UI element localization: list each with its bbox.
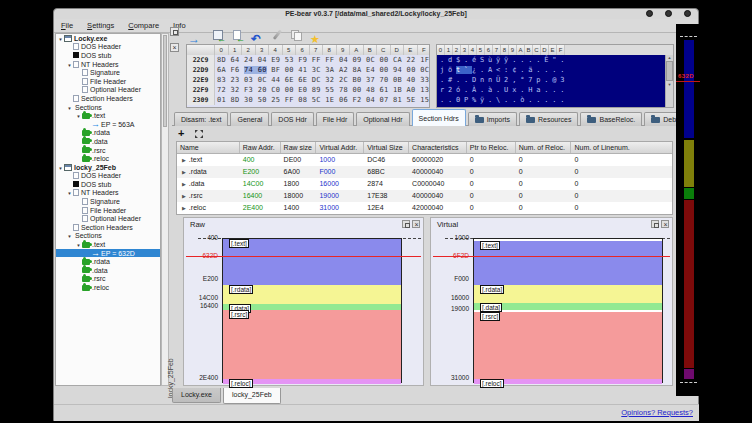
section-block[interactable]: [.text] [474, 241, 662, 285]
panel-close-button[interactable] [661, 220, 669, 228]
panel-close-button[interactable] [412, 220, 420, 228]
table-row[interactable]: ▶.rsrc 16400 18000 19000 17E38 40000040 … [177, 190, 672, 202]
num-of-linenum-cell[interactable]: 0 [571, 166, 672, 178]
scrollbar-thumb[interactable] [163, 35, 167, 127]
raw-map-plot[interactable]: [.text] [.rdata] [.data] [.rsrc] [.reloc… [222, 238, 402, 383]
num-of-reloc-cell[interactable]: 0 [516, 154, 572, 166]
tab[interactable]: Optional Hdr [356, 112, 409, 126]
hex-bytes[interactable]: 01 8D 30 50 25 FF 08 5C 1E 06 F2 04 07 8… [215, 95, 429, 105]
column-header[interactable]: Ptr to Reloc. [467, 142, 516, 153]
tree-item[interactable]: Locky.exe [56, 34, 160, 43]
ptr-to-reloc-cell[interactable]: 0 [467, 178, 516, 190]
tree-item[interactable]: Section Headers [56, 94, 160, 103]
section-block[interactable]: [.reloc] [474, 379, 662, 384]
add-file-icon[interactable] [212, 29, 224, 41]
tree-item[interactable]: NT Headers [56, 189, 160, 198]
tree-item[interactable]: DOS Header [56, 172, 160, 181]
num-of-linenum-cell[interactable]: 0 [571, 154, 672, 166]
section-block[interactable]: [.rdata] [474, 285, 662, 303]
raw-addr-cell[interactable]: 2E400 [240, 202, 281, 214]
tree-item[interactable]: .rdata [56, 257, 160, 266]
num-of-reloc-cell[interactable]: 0 [516, 202, 572, 214]
ascii-row[interactable]: .#..DnnÜ2,°7p.@3 [440, 75, 665, 85]
window-maximize-button[interactable] [665, 10, 672, 17]
row-expander-icon[interactable]: ▶ [182, 205, 186, 211]
tree-item[interactable]: DOS Header [56, 43, 160, 52]
tree-item[interactable]: DOS stub [56, 180, 160, 189]
hex-row[interactable]: 22F9 72 32 F3 20 C0 00 E0 89 55 78 00 48… [187, 85, 429, 95]
raw-size-cell[interactable]: 1400 [281, 202, 317, 214]
tab[interactable]: File Hdr [316, 112, 355, 126]
tree-item[interactable]: .rsrc [56, 275, 160, 284]
section-block[interactable]: [.rdata] [223, 285, 401, 304]
hex-view[interactable]: 0123456789ABCDEF 22C9 8D 64 24 04 E9 53 … [186, 44, 430, 108]
column-header[interactable]: Num. of Linenum. [571, 142, 672, 153]
section-block[interactable]: [.text] [223, 239, 401, 285]
hex-row[interactable]: 2309 01 8D 30 50 25 FF 08 5C 1E 06 F2 04… [187, 95, 429, 105]
ptr-to-reloc-cell[interactable]: 0 [467, 166, 516, 178]
raw-addr-cell[interactable]: 16400 [240, 190, 281, 202]
raw-addr-cell[interactable]: E200 [240, 166, 281, 178]
raw-size-cell[interactable]: 1800 [281, 178, 317, 190]
tab[interactable]: Resources [519, 112, 578, 126]
hex-bytes[interactable]: 8D 64 24 04 E9 53 F9 FF FF 04 09 0C 00 C… [215, 55, 429, 65]
tree-item[interactable]: EP = 563A [56, 120, 160, 129]
section-name-cell[interactable]: ▶.text [177, 154, 240, 166]
section-name-cell[interactable]: ▶.data [177, 178, 240, 190]
tree-item[interactable]: Sections [56, 232, 160, 241]
feedback-link[interactable]: Opinions? Requests? [621, 408, 693, 417]
characteristics-cell[interactable]: 40000040 [409, 190, 467, 202]
expander-icon[interactable] [66, 104, 73, 111]
favorites-icon[interactable] [310, 29, 322, 41]
expander-icon[interactable] [75, 112, 82, 119]
expander-icon[interactable] [57, 164, 64, 171]
menu-item[interactable]: Settings [80, 19, 121, 32]
characteristics-cell[interactable]: 42000040 [409, 202, 467, 214]
panel-float-button[interactable] [402, 220, 410, 228]
tree-item[interactable]: DOS stub [56, 51, 160, 60]
edit-icon[interactable] [271, 29, 283, 41]
raw-addr-cell[interactable]: 14C00 [240, 178, 281, 190]
tree-item[interactable]: .text [56, 111, 160, 120]
scroll-down-icon[interactable]: ▼ [666, 82, 673, 87]
section-name-cell[interactable]: ▶.rsrc [177, 190, 240, 202]
tab[interactable]: General [230, 112, 269, 126]
panel-float-button[interactable] [651, 220, 659, 228]
tree-item[interactable]: File Header [56, 77, 160, 86]
undo-icon[interactable] [251, 29, 263, 41]
virtual-size-cell[interactable]: 17E38 [364, 190, 409, 202]
virtual-addr-cell[interactable]: 16000 [316, 178, 364, 190]
column-header[interactable]: Num. of Reloc. [516, 142, 572, 153]
section-block[interactable]: [.data] [474, 303, 662, 310]
ascii-row[interactable]: ..0P%ÿ.\..ò..... [440, 95, 665, 105]
raw-addr-cell[interactable]: 400 [240, 154, 281, 166]
scroll-up-icon[interactable]: ▲ [666, 55, 673, 60]
tab[interactable]: Imports [468, 112, 517, 126]
virtual-size-cell[interactable]: 68BC [364, 166, 409, 178]
hex-bytes[interactable]: 72 32 F3 20 C0 00 E0 89 55 78 00 48 61 1… [215, 85, 429, 95]
ascii-view[interactable]: 0123456789ABCDEF .d$.éSùÿÿ....Ê".jöt`¿.A… [436, 44, 674, 108]
tree-item[interactable]: .data [56, 137, 160, 146]
num-of-reloc-cell[interactable]: 0 [516, 178, 572, 190]
tree-item[interactable]: NT Headers [56, 60, 160, 69]
document-tab[interactable]: locky_25Feb [223, 388, 281, 404]
hexdock-close-button[interactable] [170, 43, 179, 52]
ascii-body[interactable]: .d$.éSùÿÿ....Ê".jöt`¿.A<:¢.ä.....#..DnnÜ… [437, 55, 665, 107]
forward-arrow-icon[interactable] [188, 29, 200, 41]
expander-icon[interactable] [66, 232, 73, 239]
tree-item[interactable]: .reloc [56, 154, 160, 163]
section-block[interactable]: [.rsrc] [223, 310, 401, 379]
tree-item[interactable]: Optional Header [56, 86, 160, 95]
tab[interactable]: BaseReloc. [580, 112, 642, 126]
virtual-addr-cell[interactable]: 31000 [316, 202, 364, 214]
section-block[interactable]: [.rsrc] [474, 312, 662, 379]
row-expander-icon[interactable]: ▶ [182, 157, 186, 163]
row-expander-icon[interactable]: ▶ [182, 169, 186, 175]
tree-item[interactable]: Signature [56, 197, 160, 206]
num-of-linenum-cell[interactable]: 0 [571, 202, 672, 214]
table-row[interactable]: ▶.data 14C00 1800 16000 2874 C0000040 0 … [177, 178, 672, 190]
menu-item[interactable]: Compare [121, 19, 166, 32]
ascii-row[interactable]: jöt`¿.A<:¢.ä.... [440, 65, 665, 75]
column-header[interactable]: Raw Addr. [240, 142, 281, 153]
tree-item[interactable]: Sections [56, 103, 160, 112]
